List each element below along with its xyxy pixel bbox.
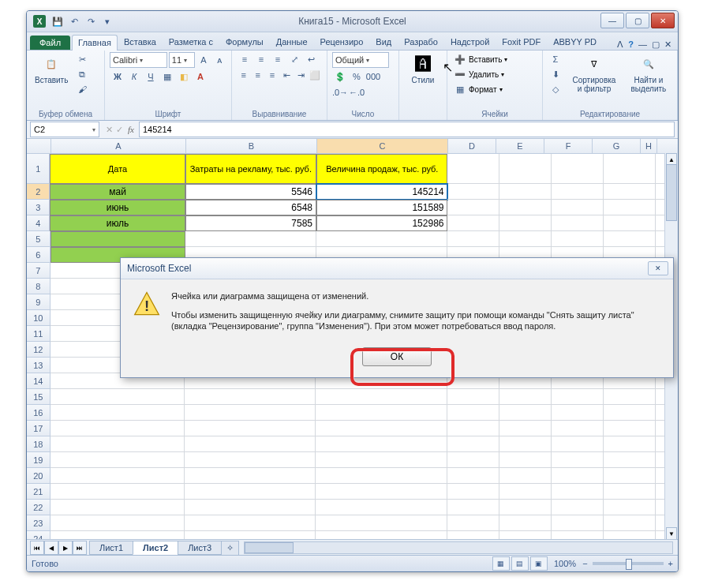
row-header-18[interactable]: 18 xyxy=(27,436,50,452)
styles-button[interactable]: 🅰 Стили xyxy=(404,52,442,86)
font-name-combo[interactable]: Calibri▾ xyxy=(110,52,167,68)
clear-icon[interactable]: ◇ xyxy=(548,82,563,96)
number-format-combo[interactable]: Общий▾ xyxy=(332,52,389,68)
tab-foxit[interactable]: Foxit PDF xyxy=(496,34,547,50)
border-icon[interactable]: ▦ xyxy=(159,69,175,84)
zoom-in-icon[interactable]: + xyxy=(668,559,673,568)
italic-icon[interactable]: К xyxy=(126,69,142,84)
zoom-slider[interactable] xyxy=(593,562,664,565)
file-tab[interactable]: Файл xyxy=(30,36,70,50)
format-cells-icon[interactable]: ▦ xyxy=(452,82,468,96)
row-header-12[interactable]: 12 xyxy=(27,342,50,358)
cell-B4[interactable]: 7585 xyxy=(185,215,316,231)
col-header-G[interactable]: G xyxy=(593,139,641,153)
cell-A3[interactable]: июнь xyxy=(50,200,185,215)
copy-icon[interactable]: ⧉ xyxy=(74,67,90,81)
maximize-button[interactable]: ▢ xyxy=(626,13,649,28)
delete-cells-label[interactable]: Удалить xyxy=(469,70,499,79)
sheet-tab-3[interactable]: Лист3 xyxy=(178,541,222,555)
delete-cells-icon[interactable]: ➖ xyxy=(452,67,468,81)
row-header-2[interactable]: 2 xyxy=(27,184,50,200)
col-header-D[interactable]: D xyxy=(448,139,496,153)
sheet-nav-first-icon[interactable]: ⏮ xyxy=(30,541,44,555)
insert-cells-icon[interactable]: ➕ xyxy=(452,52,468,66)
row-header-21[interactable]: 21 xyxy=(27,484,50,500)
tab-abbyy[interactable]: ABBYY PD xyxy=(547,34,603,50)
indent-decrease-icon[interactable]: ⇤ xyxy=(280,68,294,82)
row-header-23[interactable]: 23 xyxy=(27,515,50,531)
cell-A4[interactable]: июль xyxy=(50,215,185,231)
currency-icon[interactable]: 💲 xyxy=(332,69,348,84)
page-break-view-icon[interactable]: ▣ xyxy=(530,556,548,571)
tab-insert[interactable]: Вставка xyxy=(118,34,163,50)
scroll-down-icon[interactable]: ▼ xyxy=(666,527,677,540)
tab-home[interactable]: Главная xyxy=(72,35,118,51)
percent-icon[interactable]: % xyxy=(349,69,365,84)
row-header-16[interactable]: 16 xyxy=(27,405,50,421)
cell-A1[interactable]: Дата xyxy=(50,154,185,184)
sheet-tab-2[interactable]: Лист2 xyxy=(133,541,178,555)
col-header-B[interactable]: B xyxy=(186,139,317,153)
fill-icon[interactable]: ⬇ xyxy=(548,67,563,81)
normal-view-icon[interactable]: ▦ xyxy=(492,556,510,571)
horizontal-scrollbar[interactable] xyxy=(244,541,673,554)
row-header-19[interactable]: 19 xyxy=(27,452,50,468)
find-select-button[interactable]: 🔍 Найти и выделить xyxy=(625,52,672,95)
row-header-3[interactable]: 3 xyxy=(27,200,50,215)
row-header-9[interactable]: 9 xyxy=(27,294,50,310)
row-header-11[interactable]: 11 xyxy=(27,326,50,342)
page-layout-view-icon[interactable]: ▤ xyxy=(511,556,529,571)
align-middle-icon[interactable]: ≡ xyxy=(253,52,269,66)
zoom-level[interactable]: 100% xyxy=(554,559,576,568)
wrap-text-icon[interactable]: ↩ xyxy=(303,52,319,66)
confirm-entry-icon[interactable]: ✓ xyxy=(116,125,123,135)
sheet-tab-1[interactable]: Лист1 xyxy=(89,541,133,555)
cancel-entry-icon[interactable]: ✕ xyxy=(106,125,113,135)
cell-A5[interactable] xyxy=(50,231,186,247)
col-header-A[interactable]: A xyxy=(51,139,186,153)
row-header-22[interactable]: 22 xyxy=(27,500,50,515)
orientation-icon[interactable]: ⤢ xyxy=(286,52,302,66)
underline-icon[interactable]: Ч xyxy=(143,69,159,84)
autosum-icon[interactable]: Σ xyxy=(548,52,563,66)
merge-icon[interactable]: ⬜ xyxy=(309,68,322,82)
row-header-17[interactable]: 17 xyxy=(27,421,50,436)
formula-input[interactable]: 145214 xyxy=(139,122,675,137)
zoom-out-icon[interactable]: − xyxy=(582,559,587,568)
format-painter-icon[interactable]: 🖌 xyxy=(74,82,90,96)
cell-B3[interactable]: 6548 xyxy=(185,200,316,215)
undo-icon[interactable]: ↶ xyxy=(67,14,81,28)
cell-B1[interactable]: Затраты на рекламу, тыс. руб. xyxy=(185,154,316,184)
col-header-H[interactable]: H xyxy=(641,139,657,153)
font-size-combo[interactable]: 11▾ xyxy=(169,52,195,68)
doc-close-icon[interactable]: ✕ xyxy=(664,39,671,50)
indent-increase-icon[interactable]: ⇥ xyxy=(294,68,308,82)
row-header-20[interactable]: 20 xyxy=(27,468,50,484)
tab-view[interactable]: Вид xyxy=(369,34,398,50)
save-icon[interactable]: 💾 xyxy=(50,14,65,28)
ok-button[interactable]: ОК xyxy=(362,347,432,366)
row-header-4[interactable]: 4 xyxy=(27,215,50,231)
row-header-7[interactable]: 7 xyxy=(27,263,50,279)
cell-C4[interactable]: 152986 xyxy=(316,215,447,231)
increase-font-icon[interactable]: A xyxy=(196,53,211,67)
sort-filter-button[interactable]: ᐁ Сортировка и фильтр xyxy=(567,52,622,95)
font-color-icon[interactable]: A xyxy=(193,69,208,84)
cell-A2[interactable]: май xyxy=(50,184,185,200)
cell-C3[interactable]: 151589 xyxy=(316,200,447,215)
qat-dropdown-icon[interactable]: ▾ xyxy=(100,14,114,28)
paste-button[interactable]: 📋 Вставить xyxy=(32,52,71,86)
name-box[interactable]: C2▾ xyxy=(30,122,99,137)
align-left-icon[interactable]: ≡ xyxy=(237,68,250,82)
cut-icon[interactable]: ✂ xyxy=(74,52,90,66)
tab-developer[interactable]: Разрабо xyxy=(398,34,444,50)
tab-data[interactable]: Данные xyxy=(270,34,314,50)
fx-icon[interactable]: fx xyxy=(128,125,134,134)
decrease-font-icon[interactable]: ᴀ xyxy=(212,53,226,67)
align-right-icon[interactable]: ≡ xyxy=(265,68,279,82)
tab-addins[interactable]: Надстрой xyxy=(444,34,496,50)
fill-color-icon[interactable]: ◧ xyxy=(176,69,192,84)
col-header-E[interactable]: E xyxy=(496,139,544,153)
cell-B2[interactable]: 5546 xyxy=(185,184,316,200)
row-header-15[interactable]: 15 xyxy=(27,389,50,405)
